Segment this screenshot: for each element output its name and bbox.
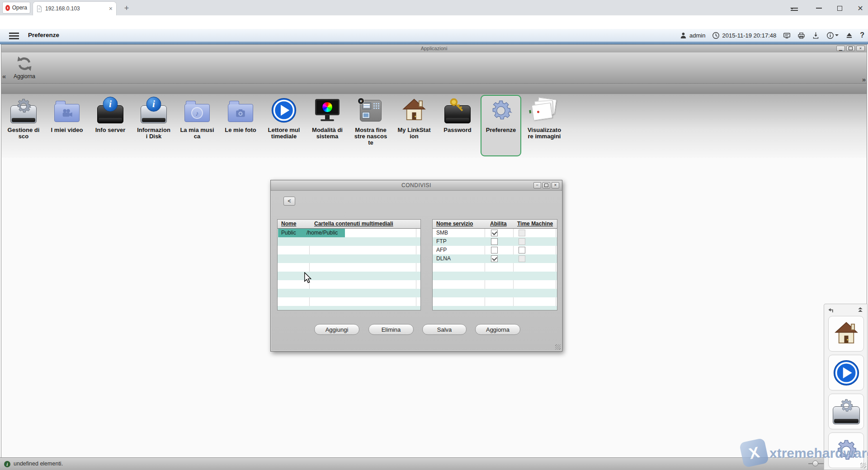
dock-collapse-icon[interactable] (857, 307, 863, 313)
folder-icon (228, 104, 253, 122)
aggiorna-button[interactable]: Aggiorna (475, 324, 520, 335)
dialog-resize-grip[interactable] (555, 344, 561, 350)
window-restore-button[interactable] (833, 4, 846, 13)
share-row-public[interactable]: Public /home/Public (278, 229, 420, 237)
empty-row (433, 289, 557, 297)
refresh-button[interactable]: Aggiorna (10, 55, 38, 82)
app-lettore-multimediale[interactable]: Lettore mul timediale (262, 94, 306, 158)
folder-icon (184, 104, 210, 122)
app-mostra-finestre-nascoste[interactable]: Mostra fine stre nascos te (349, 94, 392, 158)
col-time-machine[interactable]: Time Machine (517, 220, 553, 228)
opera-menu-button[interactable]: Opera (2, 2, 30, 14)
dialog-maximize-button[interactable] (542, 182, 550, 188)
app-my-linkstation[interactable]: My LinkStat ion (392, 94, 436, 158)
new-tab-button[interactable]: + (121, 3, 132, 14)
shares-table[interactable]: Nome Cartella contenuti multimediali Pub… (277, 219, 421, 310)
help-button[interactable]: ? (860, 31, 864, 39)
dock-disk-utility-button[interactable] (828, 394, 864, 429)
app-preferenze[interactable]: Preferenze (479, 94, 523, 158)
empty-row (278, 272, 420, 280)
service-row-dlna[interactable]: DLNA (433, 254, 557, 263)
service-row-ftp[interactable]: FTP (433, 237, 557, 246)
app-visualizzatore-immagini[interactable]: Visualizzato re immagini (523, 94, 566, 158)
app-minimize-button[interactable]: ▁ (836, 46, 845, 51)
service-row-smb[interactable]: SMB (433, 229, 557, 237)
empty-row (433, 306, 557, 310)
app-password[interactable]: Password (436, 94, 479, 158)
collapse-right-arrow[interactable]: » (862, 75, 866, 83)
monitor-icon (313, 97, 342, 126)
dialog-titlebar[interactable]: CONDIVISI − × (271, 180, 562, 191)
window-minimize-button[interactable] (812, 4, 826, 13)
refresh-icon (16, 55, 33, 72)
dock-preferences-button[interactable] (828, 432, 864, 468)
photo-stack-icon (530, 97, 559, 126)
col-abilita[interactable]: Abilita (490, 220, 507, 228)
service-row-afp[interactable]: AFP (433, 246, 557, 254)
logged-user[interactable]: admin (679, 32, 705, 39)
dock-panel (824, 304, 868, 470)
app-info-server[interactable]: Info server (89, 94, 132, 158)
dlna-abilita-checkbox[interactable] (491, 255, 498, 262)
app-maximize-button[interactable] (846, 46, 855, 51)
window-close-button[interactable]: ✕ (854, 4, 867, 13)
col-nome[interactable]: Nome (281, 220, 296, 228)
app-modalita-di-sistema[interactable]: Modalità di sistema (306, 94, 349, 158)
ftp-abilita-checkbox[interactable] (491, 238, 498, 245)
nas-toolbar-right: admin 2015-11-19 20:17:48 ? (679, 29, 864, 42)
salva-button[interactable]: Salva (422, 324, 467, 335)
dock-back-icon[interactable] (828, 307, 835, 314)
dialog-close-button[interactable]: × (552, 182, 559, 188)
elimina-button[interactable]: Elimina (368, 324, 414, 335)
app-gestione-disco[interactable]: Gestione di sco (2, 94, 45, 158)
user-name: admin (689, 32, 705, 39)
applications-title: Applicazioni (1, 45, 867, 52)
nas-menu-icon[interactable] (9, 33, 19, 34)
col-cartella[interactable]: Cartella contenuti multimediali (314, 220, 393, 228)
browser-tab[interactable]: 192.168.0.103 × (33, 1, 117, 15)
aggiungi-button[interactable]: Aggiungi (314, 324, 359, 335)
app-informazioni-disk[interactable]: Informazion i Disk (132, 94, 175, 158)
gear-icon (14, 97, 33, 116)
clock-icon (712, 32, 720, 39)
dialog-back-button[interactable]: < (283, 197, 295, 206)
ftp-timemachine-checkbox[interactable] (519, 238, 525, 245)
gear-icon (833, 437, 860, 464)
datetime: 2015-11-19 20:17:48 (722, 32, 776, 39)
display-icon[interactable] (783, 32, 791, 39)
applications-toolbar: « Aggiorna (1, 52, 867, 83)
browser-address-bar: ← → 192.168.0.103/rtknas2/Applications/S… (0, 15, 868, 29)
applications-titlebar[interactable]: Applicazioni ▁ × (1, 45, 867, 53)
col-nome-servizio[interactable]: Nome servizio (436, 220, 473, 228)
chevron-down-icon (835, 34, 839, 38)
power-menu[interactable] (826, 32, 839, 39)
tab-menu-icon[interactable] (788, 4, 801, 13)
app-close-button[interactable]: × (856, 46, 865, 51)
dlna-timemachine-checkbox[interactable] (519, 255, 525, 262)
printer-icon[interactable] (797, 32, 805, 39)
collapse-left-arrow[interactable]: « (2, 72, 6, 80)
eject-icon[interactable] (845, 32, 853, 39)
zoom-slider-knob[interactable] (812, 461, 818, 466)
info-icon: i (4, 461, 10, 467)
app-i-miei-video[interactable]: I miei video (45, 94, 89, 158)
app-la-mia-musica[interactable]: La mia musi ca (175, 94, 219, 158)
download-icon[interactable] (812, 32, 820, 39)
dialog-minimize-button[interactable]: − (533, 182, 541, 188)
tab-close-icon[interactable]: × (109, 5, 113, 12)
smb-abilita-checkbox[interactable] (491, 230, 498, 236)
opera-label: Opera (12, 5, 27, 11)
dock-media-player-button[interactable] (828, 355, 864, 390)
afp-abilita-checkbox[interactable] (491, 247, 498, 254)
dock-resize-grip[interactable] (860, 463, 866, 469)
music-note-icon (191, 107, 203, 119)
services-table[interactable]: Nome servizio Abilita Time Machine SMB F… (432, 219, 557, 310)
folder-icon (54, 104, 80, 122)
page-favicon-icon (37, 5, 42, 12)
app-le-mie-foto[interactable]: Le mie foto (219, 94, 262, 158)
search-bar: Cerca (1, 83, 867, 94)
gear-icon (488, 98, 514, 124)
dock-home-button[interactable] (828, 316, 864, 352)
smb-timemachine-checkbox[interactable] (519, 230, 525, 236)
afp-timemachine-checkbox[interactable] (519, 247, 525, 254)
